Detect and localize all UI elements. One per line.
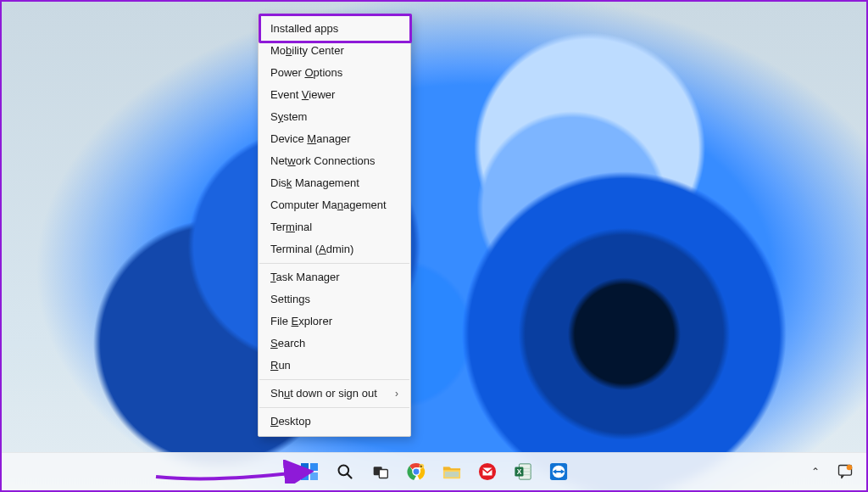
task-view-icon [372, 463, 389, 480]
menu-item-event-viewer[interactable]: Event Viewer [259, 84, 410, 106]
menu-item-label: System [270, 106, 307, 128]
menu-item-label: Power Options [270, 62, 342, 84]
menu-item-device-manager[interactable]: Device Manager [259, 128, 410, 150]
desktop-frame: Installed appsMobility CenterPower Optio… [0, 0, 868, 492]
menu-item-terminal[interactable]: Terminal [259, 216, 410, 238]
menu-item-system[interactable]: System [259, 106, 410, 128]
svg-text:X: X [517, 468, 522, 476]
search-button[interactable] [331, 457, 359, 486]
menu-item-disk-management[interactable]: Disk Management [259, 172, 410, 194]
winx-menu: Installed appsMobility CenterPower Optio… [258, 14, 411, 437]
menu-item-label: Run [270, 355, 291, 377]
start-icon [301, 463, 318, 480]
menu-item-desktop[interactable]: Desktop [259, 411, 410, 433]
taskbar-center: ★ [295, 453, 573, 490]
file-explorer-icon [442, 463, 461, 480]
svg-rect-0 [301, 463, 309, 471]
menu-item-label: Device Manager [270, 128, 351, 150]
menu-item-task-manager[interactable]: Task Manager [259, 266, 410, 288]
menu-item-label: Task Manager [270, 266, 340, 288]
menu-item-label: Mobility Center [270, 40, 344, 62]
menu-item-file-explorer[interactable]: File Explorer [259, 310, 410, 333]
menu-item-network-connections[interactable]: Network Connections [259, 150, 410, 172]
menu-item-label: Event Viewer [270, 84, 335, 106]
start-button[interactable] [295, 457, 324, 486]
menu-item-label: Desktop [270, 411, 311, 433]
svg-rect-7 [379, 470, 387, 478]
teamviewer-button[interactable] [544, 457, 573, 486]
menu-separator [259, 379, 409, 380]
taskbar-tray: ⌃ [807, 453, 860, 490]
svg-line-5 [348, 474, 352, 478]
menu-item-terminal-admin[interactable]: Terminal (Admin) [259, 238, 410, 260]
svg-rect-2 [301, 472, 309, 480]
menu-item-label: File Explorer [270, 310, 332, 333]
menu-item-label: Network Connections [270, 150, 376, 172]
menu-item-label: Shut down or sign out [270, 383, 377, 405]
menu-item-label: Computer Management [270, 194, 387, 216]
tray-overflow-button[interactable]: ⌃ [807, 457, 824, 486]
svg-rect-13 [445, 472, 459, 477]
submenu-arrow-icon: › [395, 383, 398, 405]
canada-post-button[interactable] [473, 457, 502, 486]
menu-item-label: Terminal (Admin) [270, 238, 353, 260]
svg-rect-3 [310, 472, 318, 480]
teamviewer-icon [549, 462, 568, 481]
menu-separator [259, 263, 409, 264]
chrome-icon: ★ [407, 462, 426, 481]
chrome-button[interactable]: ★ [402, 457, 431, 486]
menu-item-mobility-center[interactable]: Mobility Center [259, 40, 410, 62]
svg-point-24 [847, 465, 853, 471]
menu-item-power-options[interactable]: Power Options [259, 62, 410, 84]
menu-item-label: Search [270, 333, 305, 355]
task-view-button[interactable] [366, 457, 395, 486]
menu-item-label: Installed apps [270, 18, 338, 40]
svg-text:★: ★ [420, 464, 423, 468]
taskbar: ★ [2, 452, 866, 490]
excel-button[interactable]: X [509, 457, 537, 486]
canada-post-icon [478, 462, 497, 481]
notifications-button[interactable] [831, 457, 860, 486]
menu-item-run[interactable]: Run [259, 355, 410, 377]
excel-icon: X [514, 462, 532, 481]
menu-item-settings[interactable]: Settings [259, 288, 410, 310]
menu-item-installed-apps[interactable]: Installed apps [259, 18, 410, 40]
menu-separator [259, 407, 409, 408]
menu-item-computer-management[interactable]: Computer Management [259, 194, 410, 216]
menu-item-search[interactable]: Search [259, 333, 410, 355]
search-icon [337, 463, 353, 480]
menu-item-label: Disk Management [270, 172, 359, 194]
chevron-up-icon: ⌃ [811, 466, 820, 478]
menu-item-shut-down-or-sign-out[interactable]: Shut down or sign out› [259, 383, 410, 405]
notifications-icon [837, 463, 854, 480]
menu-item-label: Terminal [270, 216, 312, 238]
file-explorer-button[interactable] [437, 457, 466, 486]
desktop-wallpaper [2, 2, 866, 490]
svg-rect-1 [310, 463, 318, 471]
menu-item-label: Settings [270, 288, 310, 310]
